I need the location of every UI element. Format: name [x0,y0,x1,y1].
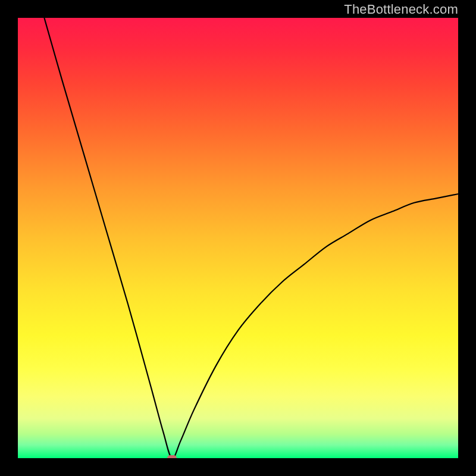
chart-frame: TheBottleneck.com [0,0,476,476]
bottleneck-curve [18,18,458,458]
watermark-text: TheBottleneck.com [344,2,458,17]
plot-area [18,18,458,458]
vertex-marker [167,455,177,458]
